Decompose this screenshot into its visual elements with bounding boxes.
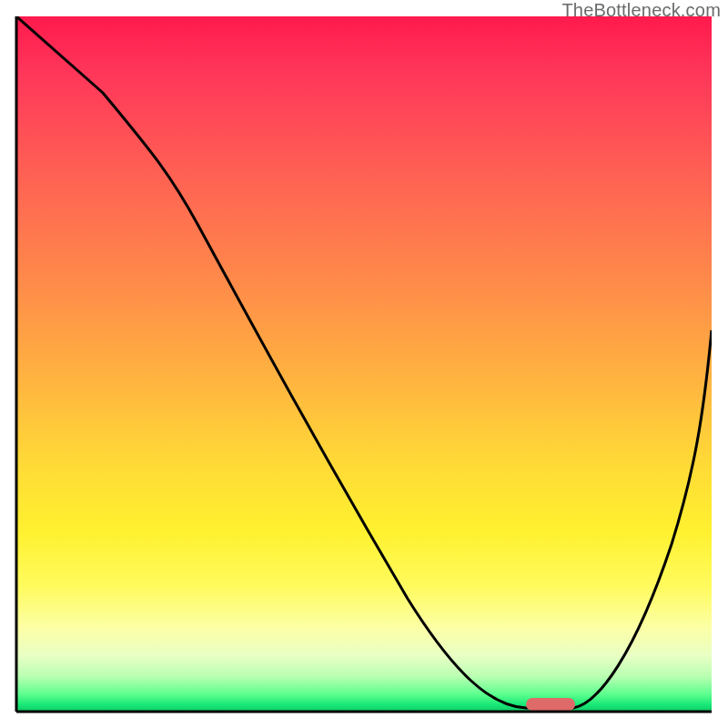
bottleneck-chart: TheBottleneck.com [0,0,728,728]
plot-area [16,16,712,712]
optimal-range-marker [526,698,575,711]
watermark-label: TheBottleneck.com [561,0,721,21]
bottleneck-curve-path [16,16,712,708]
curve-layer [16,16,712,712]
